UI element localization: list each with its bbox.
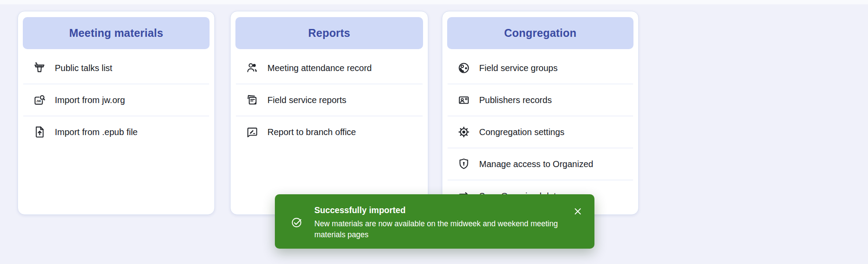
podium-icon xyxy=(33,61,46,75)
gear-icon xyxy=(457,125,470,139)
menu: Public talks list JW Import from jw.org xyxy=(23,49,209,148)
toast-body: Successfully imported New materials are … xyxy=(314,205,577,240)
menu-item-publishers-records[interactable]: Publishers records xyxy=(448,84,633,116)
menu-item-label: Field service groups xyxy=(479,63,558,73)
page: Meeting materials Public talks list xyxy=(0,0,868,264)
menu-item-meeting-attendance-record[interactable]: Meeting attendance record xyxy=(236,52,423,84)
menu-item-report-to-branch-office[interactable]: Report to branch office xyxy=(236,116,423,148)
card-header: Congregation xyxy=(447,17,633,49)
card-header: Reports xyxy=(235,17,423,49)
check-circle-icon xyxy=(291,217,302,228)
success-toast: Successfully imported New materials are … xyxy=(275,194,594,249)
menu-item-public-talks-list[interactable]: Public talks list xyxy=(23,52,209,84)
people-icon xyxy=(245,61,259,75)
menu-item-label: Import from jw.org xyxy=(55,95,125,105)
menu-item-label: Import from .epub file xyxy=(55,127,138,137)
svg-text:JW: JW xyxy=(36,99,41,103)
group-face-icon xyxy=(457,61,470,75)
menu-item-field-service-reports[interactable]: Field service reports xyxy=(236,84,423,116)
card-reports: Reports Meeting attendance record xyxy=(230,11,428,215)
contact-card-icon xyxy=(457,93,470,107)
stacked-documents-icon xyxy=(245,93,259,107)
top-strip xyxy=(0,0,868,4)
menu-item-label: Public talks list xyxy=(55,63,112,73)
close-icon xyxy=(573,207,583,216)
card-title: Reports xyxy=(308,27,350,39)
card-title: Meeting materials xyxy=(69,27,164,39)
menu-item-field-service-groups[interactable]: Field service groups xyxy=(448,52,633,84)
menu-item-import-from-epub-file[interactable]: Import from .epub file xyxy=(23,116,209,148)
menu: Field service groups Publishers records xyxy=(448,49,633,212)
jw-document-search-icon: JW xyxy=(33,93,46,107)
card-header: Meeting materials xyxy=(23,17,210,49)
menu-item-label: Meeting attendance record xyxy=(267,63,372,73)
card-title: Congregation xyxy=(504,27,576,39)
menu-item-label: Report to branch office xyxy=(267,127,356,137)
menu-item-manage-access[interactable]: Manage access to Organized xyxy=(448,148,633,180)
menu-item-label: Manage access to Organized xyxy=(479,159,593,169)
menu-item-label: Congregation settings xyxy=(479,127,565,137)
menu-item-congregation-settings[interactable]: Congregation settings xyxy=(448,116,633,148)
card-meeting-materials: Meeting materials Public talks list xyxy=(18,11,215,215)
close-button[interactable] xyxy=(573,207,583,216)
toast-message: New materials are now available on the m… xyxy=(314,218,560,240)
menu-item-label: Field service reports xyxy=(267,95,346,105)
menu-item-label: Publishers records xyxy=(479,95,552,105)
toast-title: Successfully imported xyxy=(314,205,577,215)
menu-item-import-from-jworg[interactable]: JW Import from jw.org xyxy=(23,84,209,116)
card-congregation: Congregation Field service groups xyxy=(442,11,639,215)
shield-lock-icon xyxy=(457,157,470,171)
menu: Meeting attendance record Field service … xyxy=(236,49,423,148)
message-edit-icon xyxy=(245,125,259,139)
file-upload-icon xyxy=(33,125,46,139)
